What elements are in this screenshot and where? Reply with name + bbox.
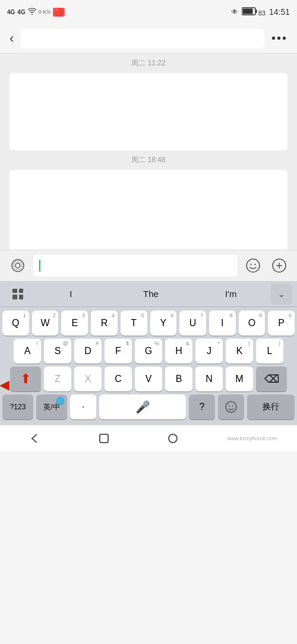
mic-icon: 🎤 [135,400,150,414]
svg-rect-2 [243,8,253,14]
key-t[interactable]: 5T [121,311,147,336]
question-key[interactable]: ? [189,394,215,419]
message-bubble-2 [10,170,287,250]
header-title [21,29,264,48]
time-display: 14:51 [269,7,290,17]
delete-icon: ⌫ [264,372,279,386]
shift-icon: ⬆ [20,371,31,387]
plus-button[interactable] [268,255,290,276]
key-u[interactable]: 7U [179,311,206,336]
keyboard-row-3: ⬆ ◀ Z X C V B N M ⌫ [2,367,295,392]
data-speed: 0 K/s [39,9,51,15]
keyboard-row-4: ?123 英/中 🌐 · 🎤 ? 换行 [2,394,295,419]
key-g[interactable]: %G [135,339,162,364]
nav-recents-button[interactable] [158,430,188,447]
nav-home-button[interactable] [89,430,119,447]
message-bubble-1 [10,73,287,150]
svg-point-16 [169,434,177,443]
timestamp-2: 周二 18:48 [0,155,297,165]
key-p[interactable]: 0P [268,311,295,336]
red-arrow-icon: ◀ [0,377,10,393]
key-x[interactable]: X [74,367,102,392]
key-y[interactable]: 6Y [150,311,177,336]
svg-point-14 [232,406,233,407]
timestamp-1: 周二 11:22 [0,58,297,68]
key-h[interactable]: &H [165,339,192,364]
pred-word-1[interactable]: I [31,289,111,299]
header: ‹ ••• [0,24,297,53]
grid-dots [12,289,23,299]
keyboard-row-2: !A @S #D $F %G &H *J (K )L [2,339,295,364]
svg-point-12 [226,402,236,412]
pred-expand-button[interactable]: ⌄ [271,283,292,305]
globe-icon: 🌐 [56,397,65,405]
chat-area: 周二 11:22 周二 18:48 [0,53,297,250]
predictive-bar: I The I'm ⌄ [0,281,297,307]
key-o[interactable]: 9O [239,311,266,336]
key-z[interactable]: Z [44,367,71,392]
key-r[interactable]: 4R [91,311,118,336]
key-i[interactable]: 8I [209,311,236,336]
key-w[interactable]: 2W [32,311,59,336]
key-e[interactable]: 3E [61,311,88,336]
svg-point-5 [14,261,22,270]
key-m[interactable]: M [226,367,253,392]
svg-rect-15 [100,434,108,443]
grid-icon[interactable] [5,281,31,307]
eye-icon: 👁 [231,8,238,16]
num-key[interactable]: ?123 [2,394,33,419]
svg-rect-1 [256,10,257,13]
pred-word-3[interactable]: I'm [191,289,271,299]
bottom-nav: www.kzmyhome.com [0,425,297,451]
period-key[interactable]: · [70,394,96,419]
svg-point-8 [254,264,255,265]
svg-point-6 [247,259,260,272]
key-a[interactable]: !A [14,339,41,364]
pred-word-2[interactable]: The [111,289,191,299]
voice-button[interactable] [7,255,29,276]
status-bar: 4G 4G 0 K/s 🔴 👁 83 14:51 [0,0,297,24]
key-v[interactable]: V [135,367,162,392]
more-button[interactable]: ••• [271,31,287,45]
svg-point-4 [15,263,20,268]
signal-4g-1: 4G [7,9,15,15]
svg-point-7 [250,264,251,265]
battery-percent: 83 [258,10,266,17]
return-key[interactable]: 换行 [247,394,295,419]
input-area [0,250,297,281]
text-cursor [39,260,40,272]
keyboard: 1Q 2W 3E 4R 5T 6Y 7U 8I 9O 0P !A @S #D $… [0,307,297,425]
key-j[interactable]: *J [195,339,223,364]
back-button[interactable]: ‹ [10,31,14,46]
key-f[interactable]: $F [105,339,132,364]
emoji-button[interactable] [242,255,264,276]
nav-back-button[interactable] [20,430,49,447]
battery-indicator: 83 [242,7,266,17]
app-icon: 🔴 [53,8,65,17]
key-s[interactable]: @S [44,339,71,364]
text-input[interactable] [33,255,238,276]
space-mic-key[interactable]: 🎤 [99,394,186,419]
key-l[interactable]: )L [256,339,283,364]
status-right: 👁 83 14:51 [231,7,290,17]
key-d[interactable]: #D [74,339,102,364]
shift-key[interactable]: ⬆ ◀ [10,367,41,392]
delete-key[interactable]: ⌫ [256,367,287,392]
status-left: 4G 4G 0 K/s 🔴 [7,8,65,17]
key-c[interactable]: C [105,367,132,392]
key-k[interactable]: (K [226,339,253,364]
wifi-icon [28,8,36,16]
watermark-text: www.kzmyhome.com [227,435,277,441]
key-n[interactable]: N [195,367,223,392]
lang-key[interactable]: 英/中 🌐 [36,394,67,419]
watermark-area: www.kzmyhome.com [227,435,277,441]
svg-point-13 [229,406,230,407]
signal-4g-2: 4G [17,9,25,15]
keyboard-row-1: 1Q 2W 3E 4R 5T 6Y 7U 8I 9O 0P [2,311,295,336]
key-b[interactable]: B [165,367,192,392]
keyboard-emoji-key[interactable] [218,394,244,419]
key-q[interactable]: 1Q [2,311,29,336]
